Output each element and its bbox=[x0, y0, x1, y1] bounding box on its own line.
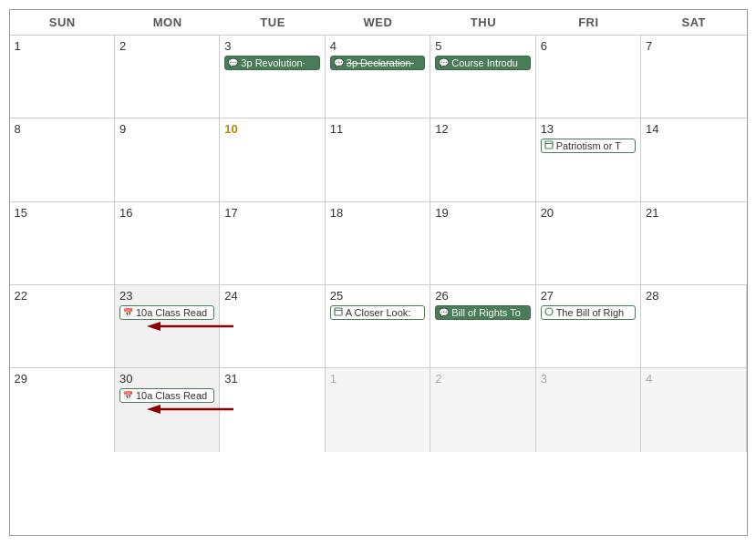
date-number: 31 bbox=[224, 372, 319, 386]
date-number: 17 bbox=[224, 206, 319, 220]
date-number: 29 bbox=[15, 372, 109, 386]
date-number: 18 bbox=[330, 206, 425, 220]
calendar-cell-w2d5: 20 bbox=[536, 202, 641, 284]
calendar-event[interactable]: 💬3p Declaration· bbox=[330, 56, 425, 70]
event-label: 10a Class Read bbox=[136, 390, 207, 401]
event-label: The Bill of Righ bbox=[556, 307, 625, 318]
date-number: 1 bbox=[15, 39, 109, 53]
calendar-cell-w2d4: 19 bbox=[430, 202, 535, 284]
calendar-event[interactable]: 💬3p Revolution· bbox=[224, 56, 319, 70]
calendar-cell-w1d5: 13Patriotism or T bbox=[536, 118, 641, 201]
calendar-event[interactable]: Patriotism or T bbox=[541, 139, 636, 153]
calendar-cell-w2d2: 17 bbox=[220, 202, 325, 284]
event-icon: 📅 bbox=[123, 308, 133, 317]
calendar-cell-w2d3: 18 bbox=[326, 202, 430, 284]
calendar-cell-w1d6: 14 bbox=[641, 118, 746, 201]
calendar-cell-w0d5: 6 bbox=[536, 36, 641, 118]
event-icon: 💬 bbox=[334, 58, 344, 67]
calendar-body: 123💬3p Revolution·4💬3p Declaration·5💬Cou… bbox=[10, 36, 747, 535]
calendar-cell-w4d0: 29 bbox=[10, 368, 115, 451]
date-number: 22 bbox=[15, 289, 109, 303]
event-icon: 💬 bbox=[228, 58, 238, 67]
calendar-cell-w0d1: 2 bbox=[115, 36, 220, 118]
day-header-sat: SAT bbox=[641, 10, 746, 35]
date-number: 3 bbox=[541, 372, 636, 386]
day-header-fri: FRI bbox=[536, 10, 641, 35]
week-row-3: 2223📅10a Class Read2425A Closer Look:26💬… bbox=[10, 285, 747, 368]
week-row-0: 123💬3p Revolution·4💬3p Declaration·5💬Cou… bbox=[10, 36, 747, 118]
calendar-cell-w3d3: 25A Closer Look: bbox=[326, 285, 430, 367]
week-row-4: 2930📅10a Class Read311234 bbox=[10, 368, 747, 451]
date-number: 12 bbox=[435, 122, 530, 136]
calendar-cell-w0d6: 7 bbox=[641, 36, 746, 118]
calendar-event[interactable]: The Bill of Righ bbox=[541, 305, 636, 320]
event-icon bbox=[334, 307, 343, 318]
date-number: 7 bbox=[646, 39, 741, 53]
event-label: Patriotism or T bbox=[556, 140, 621, 151]
date-number: 20 bbox=[541, 206, 636, 220]
calendar-cell-w1d4: 12 bbox=[430, 118, 535, 201]
calendar-event[interactable]: 💬Bill of Rights To bbox=[435, 305, 530, 320]
calendar-cell-w3d4: 26💬Bill of Rights To bbox=[430, 285, 535, 367]
date-number: 24 bbox=[224, 289, 319, 303]
date-number: 26 bbox=[435, 289, 530, 303]
calendar-cell-w1d3: 11 bbox=[326, 118, 430, 201]
calendar: SUNMONTUEWEDTHUFRISAT 123💬3p Revolution·… bbox=[9, 9, 748, 536]
event-icon bbox=[544, 307, 554, 318]
calendar-cell-w1d0: 8 bbox=[10, 118, 115, 201]
day-header-thu: THU bbox=[430, 10, 535, 35]
day-header-wed: WED bbox=[326, 10, 430, 35]
date-number: 30 bbox=[119, 372, 214, 386]
date-number: 10 bbox=[224, 122, 319, 136]
date-number: 3 bbox=[224, 39, 319, 53]
date-number: 9 bbox=[119, 122, 214, 136]
event-label: 10a Class Read bbox=[136, 307, 207, 318]
event-icon: 💬 bbox=[439, 58, 449, 67]
calendar-event[interactable]: A Closer Look: bbox=[330, 305, 425, 320]
date-number: 13 bbox=[541, 122, 636, 136]
calendar-cell-w4d2: 31 bbox=[220, 368, 325, 451]
calendar-cell-w0d4: 5💬Course Introdu bbox=[430, 36, 535, 118]
calendar-cell-w4d5: 3 bbox=[536, 368, 641, 451]
calendar-cell-w2d1: 16 bbox=[115, 202, 220, 284]
date-number: 5 bbox=[435, 39, 530, 53]
calendar-cell-w3d1: 23📅10a Class Read bbox=[115, 285, 220, 367]
day-header-tue: TUE bbox=[220, 10, 325, 35]
event-label: Course Introdu bbox=[451, 57, 518, 68]
calendar-cell-w1d1: 9 bbox=[115, 118, 220, 201]
svg-rect-0 bbox=[545, 141, 553, 149]
date-number: 8 bbox=[15, 122, 109, 136]
day-header-sun: SUN bbox=[10, 10, 115, 35]
event-label: 3p Revolution· bbox=[241, 57, 305, 68]
calendar-event[interactable]: 📅10a Class Read bbox=[119, 305, 214, 320]
date-number: 14 bbox=[646, 122, 741, 136]
event-icon: 📅 bbox=[123, 391, 133, 400]
calendar-cell-w4d6: 4 bbox=[641, 368, 746, 451]
calendar-event[interactable]: 💬Course Introdu bbox=[435, 56, 530, 70]
event-icon: 💬 bbox=[439, 308, 449, 317]
date-number: 6 bbox=[541, 39, 636, 53]
date-number: 4 bbox=[330, 39, 425, 53]
calendar-header: SUNMONTUEWEDTHUFRISAT bbox=[10, 10, 747, 36]
svg-rect-2 bbox=[335, 308, 342, 315]
calendar-cell-w0d3: 4💬3p Declaration· bbox=[326, 36, 430, 118]
calendar-event[interactable]: 📅10a Class Read bbox=[119, 388, 214, 403]
date-number: 16 bbox=[119, 206, 214, 220]
calendar-cell-w3d0: 22 bbox=[10, 285, 115, 367]
event-label: 3p Declaration· bbox=[347, 57, 414, 68]
date-number: 23 bbox=[119, 289, 214, 303]
week-row-1: 8910111213Patriotism or T14 bbox=[10, 118, 747, 201]
event-label: A Closer Look: bbox=[346, 307, 411, 318]
date-number: 21 bbox=[646, 206, 741, 220]
calendar-cell-w0d2: 3💬3p Revolution· bbox=[220, 36, 325, 118]
calendar-cell-w2d6: 21 bbox=[641, 202, 746, 284]
calendar-cell-w1d2: 10 bbox=[220, 118, 325, 201]
date-number: 19 bbox=[435, 206, 530, 220]
date-number: 25 bbox=[330, 289, 425, 303]
event-icon bbox=[544, 140, 554, 151]
week-row-2: 15161718192021 bbox=[10, 202, 747, 285]
date-number: 15 bbox=[15, 206, 109, 220]
calendar-cell-w3d5: 27The Bill of Righ bbox=[536, 285, 641, 367]
calendar-cell-w0d0: 1 bbox=[10, 36, 115, 118]
event-label: Bill of Rights To bbox=[451, 307, 521, 318]
